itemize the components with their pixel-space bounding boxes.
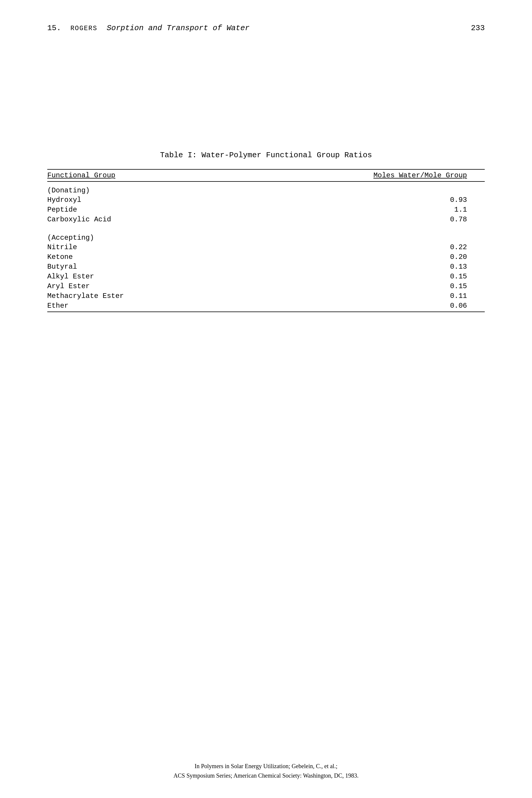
table-row: Butyral 0.13 <box>47 262 485 272</box>
table-section: Table I: Water-Polymer Functional Group … <box>47 151 485 312</box>
group-name: Nitrile <box>47 242 226 252</box>
chapter-number: 15. <box>47 24 61 33</box>
group-value: 0.06 <box>226 301 485 312</box>
group-value: 0.93 <box>226 195 485 205</box>
table-row: Peptide 1.1 <box>47 205 485 215</box>
group-value: 1.1 <box>226 205 485 215</box>
group-value: 0.11 <box>226 291 485 301</box>
table-row: Aryl Ester 0.15 <box>47 281 485 291</box>
header-left: 15. Rogers Sorption and Transport of Wat… <box>47 24 250 33</box>
group-name: Ketone <box>47 252 226 262</box>
accepting-group-header: (Accepting) <box>47 229 485 242</box>
group-value: 0.78 <box>226 215 485 224</box>
group-name: Carboxylic Acid <box>47 215 226 224</box>
group-value: 0.13 <box>226 262 485 272</box>
group-value: 0.15 <box>226 281 485 291</box>
table-row: Hydroxyl 0.93 <box>47 195 485 205</box>
table-row: Alkyl Ester 0.15 <box>47 272 485 281</box>
author-name: Rogers <box>70 25 97 32</box>
group-value: 0.15 <box>226 272 485 281</box>
table-row: Nitrile 0.22 <box>47 242 485 252</box>
table-header-row: Functional Group Moles Water/Mole Group <box>47 169 485 182</box>
spacer-row <box>47 224 485 229</box>
footer-line2: ACS Symposium Series; American Chemical … <box>0 771 532 780</box>
group-value: 0.20 <box>226 252 485 262</box>
accepting-label: (Accepting) <box>47 229 226 242</box>
group-name: Hydroxyl <box>47 195 226 205</box>
group-name: Butyral <box>47 262 226 272</box>
group-name: Peptide <box>47 205 226 215</box>
page: 15. Rogers Sorption and Transport of Wat… <box>0 0 532 798</box>
donating-group-header: (Donating) <box>47 182 485 195</box>
table-row: Methacrylate Ester 0.11 <box>47 291 485 301</box>
group-value: 0.22 <box>226 242 485 252</box>
page-header: 15. Rogers Sorption and Transport of Wat… <box>47 24 485 33</box>
functional-group-table: Functional Group Moles Water/Mole Group … <box>47 169 485 312</box>
footer-line1: In Polymers in Solar Energy Utilization;… <box>0 761 532 771</box>
col1-header: Functional Group <box>47 169 226 182</box>
page-number: 233 <box>471 24 485 33</box>
group-name: Aryl Ester <box>47 281 226 291</box>
table-row: Ketone 0.20 <box>47 252 485 262</box>
donating-label: (Donating) <box>47 182 226 195</box>
group-name: Alkyl Ester <box>47 272 226 281</box>
page-footer: In Polymers in Solar Energy Utilization;… <box>0 761 532 780</box>
table-row: Carboxylic Acid 0.78 <box>47 215 485 224</box>
group-name: Ether <box>47 301 226 312</box>
table-row-last: Ether 0.06 <box>47 301 485 312</box>
group-name: Methacrylate Ester <box>47 291 226 301</box>
table-title: Table I: Water-Polymer Functional Group … <box>47 151 485 160</box>
col2-header: Moles Water/Mole Group <box>226 169 485 182</box>
chapter-title: Sorption and Transport of Water <box>107 24 250 33</box>
